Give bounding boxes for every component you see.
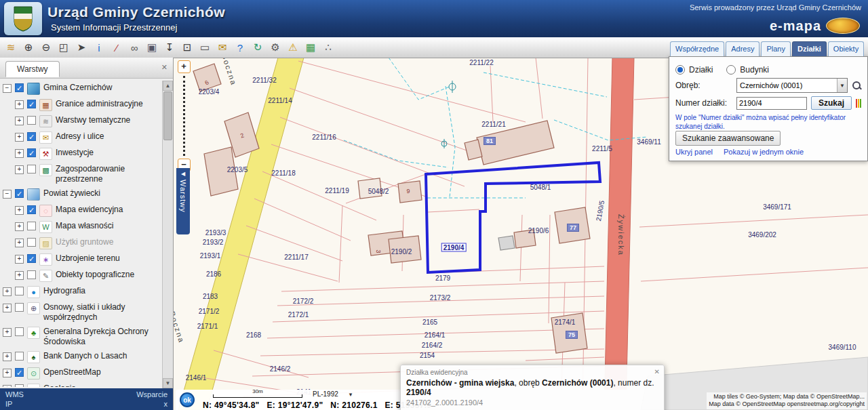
wsparcie-link[interactable]: Wsparcie — [136, 390, 167, 398]
ok-button[interactable]: ok — [180, 392, 195, 407]
layer-checkbox[interactable]: ✓ — [15, 189, 24, 198]
attribution-line2[interactable]: Map data © OpenStreetMap openstreetmap.o… — [709, 401, 865, 409]
palette-icon[interactable] — [856, 99, 861, 108]
expand-toggle-icon[interactable]: + — [3, 385, 12, 387]
layer-item[interactable]: +WMapa własności — [1, 219, 161, 235]
expand-toggle-icon[interactable]: + — [15, 239, 24, 247]
expand-toggle-icon[interactable]: + — [15, 271, 24, 280]
wms-link[interactable]: WMS — [5, 390, 24, 398]
tab-obiekty[interactable]: Obiekty — [828, 41, 864, 56]
layer-item[interactable]: +✓✉Adresy i ulice — [1, 129, 161, 146]
layer-checkbox[interactable]: ✓ — [15, 83, 24, 92]
expand-toggle-icon[interactable]: + — [15, 222, 24, 231]
expand-toggle-icon[interactable]: + — [15, 133, 24, 142]
tab-plany[interactable]: Plany — [761, 41, 791, 56]
expand-toggle-icon[interactable]: + — [15, 149, 24, 158]
copy-view-tool[interactable]: ▭ — [197, 39, 213, 56]
expand-toggle-icon[interactable]: − — [3, 84, 12, 93]
zoom-out-tool[interactable]: ⊖ — [38, 39, 54, 56]
expand-toggle-icon[interactable]: + — [3, 287, 12, 296]
link-tool[interactable]: ∞ — [126, 39, 142, 56]
layer-item[interactable]: +⊕Osnowy, siatki i układy współrzędnych — [1, 300, 161, 325]
szukaj-button[interactable]: Szukaj — [811, 96, 852, 110]
expand-toggle-icon[interactable]: + — [3, 369, 12, 377]
layer-item[interactable]: +✓◌Mapa ewidencyjna — [1, 203, 161, 219]
obreb-select[interactable]: Czernichów (0001) ▼ — [736, 78, 848, 93]
layer-checkbox[interactable]: ✓ — [27, 205, 36, 214]
refresh-tool[interactable]: ↻ — [250, 39, 266, 56]
layer-checkbox[interactable] — [15, 303, 24, 312]
scroll-up-icon[interactable]: ▲ — [163, 81, 173, 91]
pointer-tool[interactable]: ➤ — [73, 39, 90, 56]
layer-item[interactable]: +▩Zagospodarowanie przestrzenne — [1, 162, 161, 186]
select-area-tool[interactable]: ◰ — [56, 39, 72, 56]
expand-toggle-icon[interactable]: + — [3, 352, 12, 361]
ip-link[interactable]: IP — [5, 400, 12, 408]
expand-toggle-icon[interactable]: − — [3, 190, 12, 199]
layers-tool[interactable]: ≋ — [3, 39, 19, 56]
layer-checkbox[interactable]: ✓ — [27, 100, 36, 108]
layer-item[interactable]: +✎Obiekty topograficzne — [1, 268, 161, 284]
search-icon[interactable] — [852, 81, 861, 90]
layer-checkbox[interactable] — [15, 384, 24, 387]
expand-toggle-icon[interactable]: + — [15, 165, 24, 174]
layer-item[interactable]: +▨Użytki gruntowe — [1, 235, 161, 251]
layer-item[interactable]: +◆Geologia — [1, 382, 161, 387]
expand-toggle-icon[interactable]: + — [3, 304, 12, 312]
zoom-in-button[interactable]: + — [178, 60, 191, 73]
layer-item[interactable]: −✓Gmina Czernichów — [1, 81, 161, 97]
layer-checkbox[interactable] — [27, 116, 36, 125]
layer-checkbox[interactable] — [27, 238, 36, 247]
expand-toggle-icon[interactable]: + — [15, 255, 24, 264]
hide-panel-link[interactable]: Ukryj panel — [675, 148, 713, 156]
layer-checkbox[interactable] — [15, 327, 24, 336]
dropdown-arrow-icon[interactable]: ▼ — [837, 79, 847, 92]
expand-toggle-icon[interactable]: + — [15, 206, 24, 215]
emapa-logo[interactable]: e-mapa — [770, 18, 860, 34]
sidebar-scrollbar[interactable]: ▲ ▼ — [162, 81, 173, 388]
radio-budynki[interactable] — [726, 65, 736, 75]
layer-checkbox[interactable] — [27, 222, 36, 230]
advanced-search-button[interactable]: Szukanie zaawansowane — [675, 131, 781, 146]
tab-dzialki[interactable]: Działki — [792, 41, 827, 56]
layer-item[interactable]: +♣Generalna Dyrekcja Ochrony Środowiska — [1, 325, 161, 349]
info-tool[interactable]: i — [91, 39, 107, 56]
layer-checkbox[interactable]: ✓ — [27, 148, 36, 157]
layer-checkbox[interactable] — [15, 352, 24, 361]
layer-item[interactable]: +✓⊙OpenStreetMap — [1, 365, 161, 382]
tab-wspolrzedne[interactable]: Współrzędne — [670, 41, 724, 56]
tab-adresy[interactable]: Adresy — [726, 41, 760, 56]
expand-toggle-icon[interactable]: + — [15, 100, 24, 109]
layer-checkbox[interactable]: ✓ — [27, 254, 36, 263]
layer-checkbox[interactable]: ✓ — [27, 132, 36, 141]
settings-tool[interactable]: ⚙ — [267, 39, 283, 56]
radio-dzialki-label[interactable]: Działki — [689, 65, 713, 75]
layer-item[interactable]: +♠Bank Danych o Lasach — [1, 349, 161, 365]
layer-item[interactable]: +≋Warstwy tematyczne — [1, 113, 161, 129]
measure-tool[interactable]: ∕ — [108, 39, 125, 56]
zoom-in-tool[interactable]: ⊕ — [20, 39, 37, 56]
radio-budynki-label[interactable]: Budynki — [740, 65, 769, 75]
layer-item[interactable]: +✓▦Granice administracyjne — [1, 97, 161, 113]
expand-toggle-icon[interactable]: + — [3, 328, 12, 337]
expand-toggle-icon[interactable]: + — [15, 117, 24, 125]
single-window-link[interactable]: Pokazuj w jednym oknie — [724, 148, 804, 156]
colors-tool[interactable]: ▦ — [302, 39, 319, 56]
layer-item[interactable]: −✓Powiat żywiecki — [1, 186, 161, 203]
chevron-down-icon[interactable]: ▾ — [349, 391, 353, 398]
footer-close-link[interactable]: x — [164, 400, 168, 408]
close-icon[interactable]: ✕ — [654, 368, 660, 375]
layer-checkbox[interactable] — [27, 165, 36, 173]
warning-tool[interactable]: ⚠ — [285, 39, 301, 56]
crs-label[interactable]: PL-1992 — [313, 390, 338, 398]
layer-item[interactable]: +●Hydrografia — [1, 284, 161, 300]
extent-tool[interactable]: ⊡ — [179, 39, 195, 56]
tab-warstwy[interactable]: Warstwy — [5, 61, 60, 77]
layers-collapse-tab[interactable]: ◀ Warstwy — [176, 168, 190, 234]
parcel-number-input[interactable] — [736, 97, 807, 110]
gps-tool[interactable]: ↧ — [161, 39, 178, 56]
close-icon[interactable]: ✕ — [161, 63, 167, 72]
layer-checkbox[interactable]: ✓ — [15, 368, 24, 377]
layer-item[interactable]: +✓∗Uzbrojenie terenu — [1, 251, 161, 268]
layer-item[interactable]: +✓⚒Inwestycje — [1, 146, 161, 162]
